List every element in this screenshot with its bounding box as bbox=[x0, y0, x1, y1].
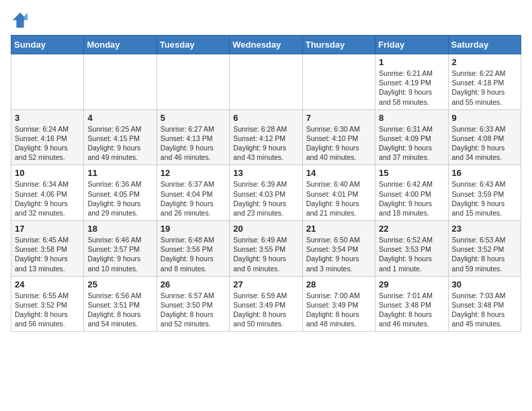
calendar-cell: 12Sunrise: 6:37 AM Sunset: 4:04 PM Dayli… bbox=[157, 165, 229, 221]
calendar-cell bbox=[84, 54, 157, 110]
day-number: 6 bbox=[233, 113, 298, 123]
calendar-header-tuesday: Tuesday bbox=[157, 36, 229, 54]
day-number: 11 bbox=[87, 168, 152, 178]
day-info: Sunrise: 6:33 AM Sunset: 4:08 PM Dayligh… bbox=[452, 124, 517, 163]
calendar-cell: 4Sunrise: 6:25 AM Sunset: 4:15 PM Daylig… bbox=[84, 109, 157, 165]
day-info: Sunrise: 6:45 AM Sunset: 3:58 PM Dayligh… bbox=[15, 235, 80, 273]
calendar-cell: 10Sunrise: 6:34 AM Sunset: 4:06 PM Dayli… bbox=[11, 165, 84, 221]
day-info: Sunrise: 6:22 AM Sunset: 4:18 PM Dayligh… bbox=[452, 68, 517, 107]
day-number: 1 bbox=[379, 57, 444, 67]
calendar-cell: 9Sunrise: 6:33 AM Sunset: 4:08 PM Daylig… bbox=[448, 109, 521, 165]
day-info: Sunrise: 6:34 AM Sunset: 4:06 PM Dayligh… bbox=[15, 179, 80, 218]
day-info: Sunrise: 6:25 AM Sunset: 4:15 PM Dayligh… bbox=[87, 124, 152, 163]
day-info: Sunrise: 6:59 AM Sunset: 3:49 PM Dayligh… bbox=[233, 291, 298, 329]
calendar-cell: 26Sunrise: 6:57 AM Sunset: 3:50 PM Dayli… bbox=[157, 276, 229, 332]
calendar-cell: 29Sunrise: 7:01 AM Sunset: 3:48 PM Dayli… bbox=[375, 276, 448, 332]
calendar-cell: 13Sunrise: 6:39 AM Sunset: 4:03 PM Dayli… bbox=[230, 165, 302, 221]
calendar-cell: 1Sunrise: 6:21 AM Sunset: 4:19 PM Daylig… bbox=[375, 54, 448, 110]
day-number: 19 bbox=[161, 224, 226, 234]
calendar-cell: 5Sunrise: 6:27 AM Sunset: 4:13 PM Daylig… bbox=[157, 109, 229, 165]
day-info: Sunrise: 6:37 AM Sunset: 4:04 PM Dayligh… bbox=[161, 179, 226, 218]
day-info: Sunrise: 6:31 AM Sunset: 4:09 PM Dayligh… bbox=[379, 124, 444, 163]
day-number: 12 bbox=[161, 168, 226, 178]
day-info: Sunrise: 6:48 AM Sunset: 3:56 PM Dayligh… bbox=[161, 235, 226, 273]
calendar-cell: 3Sunrise: 6:24 AM Sunset: 4:16 PM Daylig… bbox=[11, 109, 84, 165]
calendar-header-monday: Monday bbox=[84, 36, 157, 54]
calendar-cell: 21Sunrise: 6:50 AM Sunset: 3:54 PM Dayli… bbox=[302, 221, 375, 277]
day-number: 18 bbox=[87, 224, 152, 234]
calendar-cell: 8Sunrise: 6:31 AM Sunset: 4:09 PM Daylig… bbox=[375, 109, 448, 165]
day-number: 29 bbox=[379, 279, 444, 289]
calendar-cell: 20Sunrise: 6:49 AM Sunset: 3:55 PM Dayli… bbox=[230, 221, 302, 277]
day-number: 8 bbox=[379, 113, 444, 123]
day-info: Sunrise: 6:50 AM Sunset: 3:54 PM Dayligh… bbox=[306, 235, 371, 273]
day-info: Sunrise: 6:57 AM Sunset: 3:50 PM Dayligh… bbox=[161, 291, 226, 329]
day-info: Sunrise: 6:49 AM Sunset: 3:55 PM Dayligh… bbox=[233, 235, 298, 273]
calendar-header-friday: Friday bbox=[375, 36, 448, 54]
calendar-cell: 18Sunrise: 6:46 AM Sunset: 3:57 PM Dayli… bbox=[84, 221, 157, 277]
svg-marker-1 bbox=[24, 13, 28, 20]
calendar-cell: 27Sunrise: 6:59 AM Sunset: 3:49 PM Dayli… bbox=[230, 276, 302, 332]
calendar-header-wednesday: Wednesday bbox=[230, 36, 302, 54]
day-info: Sunrise: 6:56 AM Sunset: 3:51 PM Dayligh… bbox=[87, 291, 152, 329]
calendar-cell bbox=[11, 54, 84, 110]
day-number: 22 bbox=[379, 224, 444, 234]
day-info: Sunrise: 6:42 AM Sunset: 4:00 PM Dayligh… bbox=[379, 179, 444, 218]
day-info: Sunrise: 6:43 AM Sunset: 3:59 PM Dayligh… bbox=[452, 179, 517, 218]
day-info: Sunrise: 6:30 AM Sunset: 4:10 PM Dayligh… bbox=[306, 124, 371, 163]
day-number: 15 bbox=[379, 168, 444, 178]
calendar-cell: 22Sunrise: 6:52 AM Sunset: 3:53 PM Dayli… bbox=[375, 221, 448, 277]
day-info: Sunrise: 6:27 AM Sunset: 4:13 PM Dayligh… bbox=[161, 124, 226, 163]
calendar-cell: 24Sunrise: 6:55 AM Sunset: 3:52 PM Dayli… bbox=[11, 276, 84, 332]
calendar-header-saturday: Saturday bbox=[448, 36, 521, 54]
day-number: 25 bbox=[87, 279, 152, 289]
day-number: 27 bbox=[233, 279, 298, 289]
day-number: 30 bbox=[452, 279, 517, 289]
day-info: Sunrise: 6:40 AM Sunset: 4:01 PM Dayligh… bbox=[306, 179, 371, 218]
day-number: 26 bbox=[161, 279, 226, 289]
day-number: 17 bbox=[15, 224, 80, 234]
day-number: 16 bbox=[452, 168, 517, 178]
day-info: Sunrise: 6:46 AM Sunset: 3:57 PM Dayligh… bbox=[87, 235, 152, 273]
day-number: 7 bbox=[306, 113, 371, 123]
calendar-cell: 17Sunrise: 6:45 AM Sunset: 3:58 PM Dayli… bbox=[11, 221, 84, 277]
calendar-cell bbox=[157, 54, 229, 110]
calendar-cell: 30Sunrise: 7:03 AM Sunset: 3:48 PM Dayli… bbox=[448, 276, 521, 332]
day-number: 4 bbox=[87, 113, 152, 123]
day-info: Sunrise: 7:03 AM Sunset: 3:48 PM Dayligh… bbox=[452, 291, 517, 329]
day-info: Sunrise: 6:53 AM Sunset: 3:52 PM Dayligh… bbox=[452, 235, 517, 273]
calendar-cell: 7Sunrise: 6:30 AM Sunset: 4:10 PM Daylig… bbox=[302, 109, 375, 165]
day-number: 10 bbox=[15, 168, 80, 178]
day-info: Sunrise: 7:01 AM Sunset: 3:48 PM Dayligh… bbox=[379, 291, 444, 329]
day-info: Sunrise: 6:21 AM Sunset: 4:19 PM Dayligh… bbox=[379, 68, 444, 107]
calendar-cell: 6Sunrise: 6:28 AM Sunset: 4:12 PM Daylig… bbox=[230, 109, 302, 165]
calendar-header-sunday: Sunday bbox=[11, 36, 84, 54]
day-number: 20 bbox=[233, 224, 298, 234]
calendar-cell bbox=[230, 54, 302, 110]
day-number: 24 bbox=[15, 279, 80, 289]
day-number: 14 bbox=[306, 168, 371, 178]
day-info: Sunrise: 6:39 AM Sunset: 4:03 PM Dayligh… bbox=[233, 179, 298, 218]
calendar-cell: 15Sunrise: 6:42 AM Sunset: 4:00 PM Dayli… bbox=[375, 165, 448, 221]
day-number: 3 bbox=[15, 113, 80, 123]
calendar-cell bbox=[302, 54, 375, 110]
calendar: SundayMondayTuesdayWednesdayThursdayFrid… bbox=[11, 35, 521, 332]
day-info: Sunrise: 6:55 AM Sunset: 3:52 PM Dayligh… bbox=[15, 291, 80, 329]
day-number: 23 bbox=[452, 224, 517, 234]
logo-icon bbox=[11, 11, 30, 30]
calendar-cell: 23Sunrise: 6:53 AM Sunset: 3:52 PM Dayli… bbox=[448, 221, 521, 277]
day-number: 13 bbox=[233, 168, 298, 178]
day-number: 9 bbox=[452, 113, 517, 123]
calendar-cell: 14Sunrise: 6:40 AM Sunset: 4:01 PM Dayli… bbox=[302, 165, 375, 221]
day-number: 28 bbox=[306, 279, 371, 289]
calendar-cell: 25Sunrise: 6:56 AM Sunset: 3:51 PM Dayli… bbox=[84, 276, 157, 332]
calendar-header-thursday: Thursday bbox=[302, 36, 375, 54]
day-info: Sunrise: 6:52 AM Sunset: 3:53 PM Dayligh… bbox=[379, 235, 444, 273]
day-info: Sunrise: 6:24 AM Sunset: 4:16 PM Dayligh… bbox=[15, 124, 80, 163]
day-info: Sunrise: 6:36 AM Sunset: 4:05 PM Dayligh… bbox=[87, 179, 152, 218]
calendar-cell: 16Sunrise: 6:43 AM Sunset: 3:59 PM Dayli… bbox=[448, 165, 521, 221]
day-number: 2 bbox=[452, 57, 517, 67]
day-info: Sunrise: 7:00 AM Sunset: 3:49 PM Dayligh… bbox=[306, 291, 371, 329]
logo bbox=[11, 11, 32, 30]
day-number: 21 bbox=[306, 224, 371, 234]
